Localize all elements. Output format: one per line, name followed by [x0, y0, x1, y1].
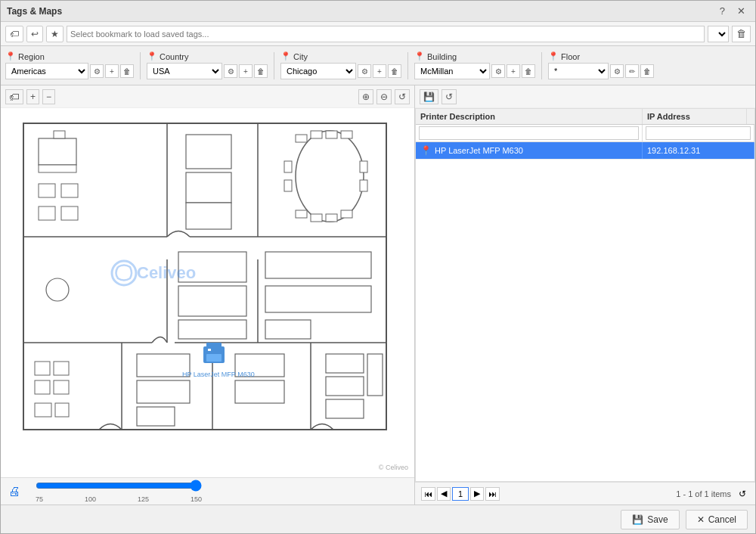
svg-rect-21 — [186, 203, 231, 229]
city-add-button[interactable]: + — [373, 64, 386, 78]
svg-rect-20 — [186, 172, 231, 203]
city-delete-button[interactable]: 🗑 — [388, 64, 401, 78]
grid-header: Printer Description IP Address — [416, 109, 754, 125]
building-add-button[interactable]: + — [507, 64, 520, 78]
zoom-out-button[interactable]: ⊖ — [376, 89, 392, 104]
svg-rect-27 — [296, 210, 307, 218]
description-filter-input[interactable] — [419, 126, 639, 140]
map-tag-button[interactable]: 🏷 — [5, 89, 23, 104]
printer-icon: 🖨 — [8, 485, 20, 498]
bookmark-input[interactable] — [67, 26, 705, 42]
country-select[interactable]: USA — [147, 63, 222, 79]
tag-button[interactable]: 🏷 — [5, 26, 23, 42]
svg-rect-40 — [55, 403, 69, 417]
svg-rect-33 — [360, 161, 367, 172]
slider-bar: 🖨 75 100 125 150 — [1, 477, 414, 505]
city-settings-button[interactable]: ⚙ — [358, 64, 371, 78]
svg-rect-17 — [39, 206, 55, 220]
svg-rect-37 — [35, 380, 50, 394]
svg-rect-54 — [326, 377, 364, 396]
region-add-button[interactable]: + — [105, 64, 119, 78]
city-filter-row: Chicago ⚙ + 🗑 — [280, 63, 401, 79]
help-button[interactable]: ? — [716, 4, 729, 18]
map-content[interactable]: Celiveo HP LaserJet MFP M630 © Celiveo — [1, 108, 414, 477]
svg-rect-56 — [367, 354, 383, 396]
region-select[interactable]: Americas — [5, 63, 88, 79]
svg-rect-52 — [235, 380, 284, 403]
svg-rect-13 — [54, 131, 65, 138]
window-title: Tags & Maps — [7, 6, 62, 17]
svg-rect-34 — [360, 180, 367, 191]
floor-filter-group: 📍 Floor * ⚙ ✏ 🗑 — [548, 51, 654, 79]
city-select[interactable]: Chicago — [280, 63, 356, 79]
svg-rect-62 — [208, 349, 211, 351]
map-remove-button[interactable]: − — [42, 89, 55, 104]
svg-rect-26 — [341, 131, 352, 138]
row-ip-cell: 192.168.12.31 — [643, 142, 754, 159]
table-row[interactable]: 📍 HP LaserJet MFP M630 192.168.12.31 — [416, 142, 754, 160]
grid-filter-row — [416, 125, 754, 142]
building-filter-group: 📍 Building McMillan ⚙ + 🗑 — [414, 51, 535, 79]
region-delete-button[interactable]: 🗑 — [120, 64, 134, 78]
floor-settings-button[interactable]: ⚙ — [610, 64, 624, 78]
bookmark-dropdown[interactable] — [708, 26, 729, 42]
country-delete-button[interactable]: 🗑 — [254, 64, 268, 78]
floor-select[interactable]: * — [548, 63, 609, 79]
bottom-bar: 💾 Save ✕ Cancel — [1, 505, 755, 533]
country-pin-icon: 📍 — [147, 51, 157, 61]
save-button[interactable]: 💾 Save — [621, 510, 679, 529]
separator-3 — [407, 52, 408, 79]
country-settings-button[interactable]: ⚙ — [224, 64, 237, 78]
separator-4 — [541, 52, 542, 79]
title-bar: Tags & Maps ? ✕ — [1, 1, 755, 22]
printer-grid: Printer Description IP Address — [415, 108, 755, 482]
printer-panel-toolbar: 💾 ↺ — [415, 85, 755, 108]
map-reset-button[interactable]: ↺ — [395, 89, 410, 104]
page-info-text: 1 - 1 of 1 items — [676, 489, 731, 498]
svg-rect-55 — [326, 399, 364, 418]
ip-filter-cell — [643, 125, 754, 141]
country-filter-group: 📍 Country USA ⚙ + 🗑 — [147, 51, 268, 79]
country-add-button[interactable]: + — [239, 64, 253, 78]
next-page-button[interactable]: ▶ — [470, 487, 484, 501]
save-map-button[interactable]: 💾 — [420, 89, 438, 104]
region-pin-icon: 📍 — [5, 51, 16, 61]
building-delete-button[interactable]: 🗑 — [522, 64, 535, 78]
city-pin-icon: 📍 — [280, 51, 291, 61]
building-label: 📍 Building — [414, 51, 535, 61]
title-controls: ? ✕ — [716, 4, 749, 18]
region-label: 📍 Region — [5, 51, 134, 61]
cancel-button[interactable]: ✕ Cancel — [686, 510, 748, 529]
close-button[interactable]: ✕ — [733, 4, 749, 18]
slider-tick-labels: 75 100 125 150 — [36, 495, 202, 503]
region-filter-row: Americas ⚙ + 🗑 — [5, 63, 134, 79]
bookmark-delete-button[interactable]: 🗑 — [732, 26, 751, 42]
cancel-icon: ✕ — [697, 514, 705, 525]
star-button[interactable]: ★ — [46, 26, 64, 42]
prev-page-button[interactable]: ◀ — [437, 487, 451, 501]
building-select[interactable]: McMillan — [414, 63, 490, 79]
row-description-cell: 📍 HP LaserJet MFP M630 — [416, 142, 643, 159]
undo-button[interactable]: ↩ — [26, 26, 43, 42]
region-settings-button[interactable]: ⚙ — [90, 64, 104, 78]
svg-rect-61 — [206, 354, 222, 362]
page-controls: ⏮ ◀ 1 ▶ ⏭ — [421, 487, 500, 501]
reset-map-button[interactable]: ↺ — [442, 89, 457, 104]
first-page-button[interactable]: ⏮ — [421, 487, 435, 501]
ip-filter-input[interactable] — [646, 126, 751, 140]
floor-delete-button[interactable]: 🗑 — [640, 64, 654, 78]
zoom-slider[interactable] — [36, 480, 202, 492]
floor-filter-row: * ⚙ ✏ 🗑 — [548, 63, 654, 79]
svg-point-41 — [46, 278, 69, 301]
building-settings-button[interactable]: ⚙ — [491, 64, 505, 78]
svg-rect-31 — [284, 161, 292, 172]
svg-text:HP LaserJet MFP M630: HP LaserJet MFP M630 — [182, 371, 255, 378]
map-add-button[interactable]: + — [26, 89, 39, 104]
svg-rect-16 — [61, 184, 78, 197]
zoom-in-button[interactable]: ⊕ — [358, 89, 373, 104]
floor-edit-button[interactable]: ✏ — [625, 64, 639, 78]
last-page-button[interactable]: ⏭ — [485, 487, 500, 501]
printer-panel: 💾 ↺ Printer Description IP Address — [415, 85, 755, 505]
refresh-button[interactable]: ↺ — [736, 487, 749, 501]
pagination: ⏮ ◀ 1 ▶ ⏭ 1 - 1 of 1 items ↺ — [415, 482, 755, 505]
